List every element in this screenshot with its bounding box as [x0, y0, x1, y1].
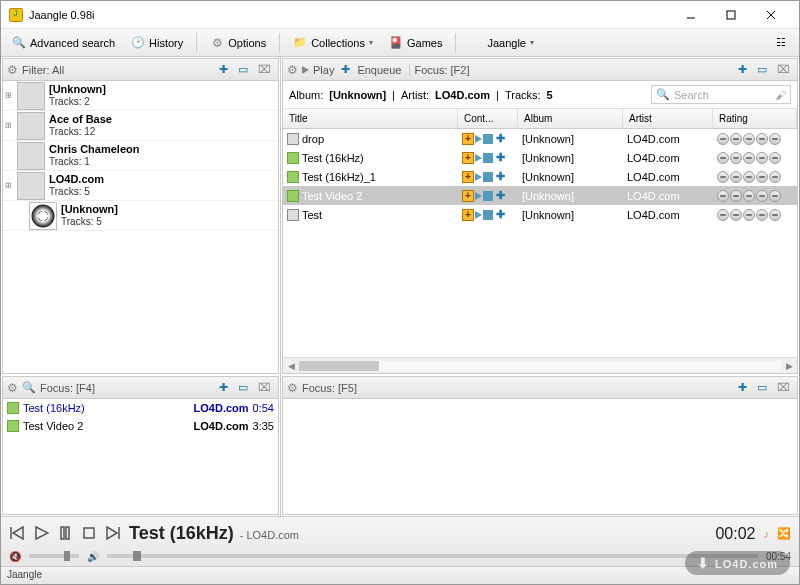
rating-dot[interactable]	[743, 133, 755, 145]
play-label[interactable]: Play	[313, 64, 334, 76]
table-row[interactable]: drop + ✚ [Unknown] LO4D.com	[283, 129, 797, 148]
artist-item[interactable]: ⊞ [Unknown] Tracks: 2	[3, 81, 278, 111]
expand-icon[interactable]	[3, 141, 13, 170]
track-rating[interactable]	[713, 133, 797, 145]
games-button[interactable]: 🎴Games	[382, 32, 449, 54]
rating-dot[interactable]	[743, 171, 755, 183]
playlist-item[interactable]: Test (16kHz) LO4D.com 0:54	[3, 399, 278, 417]
rating-dot[interactable]	[756, 190, 768, 202]
rating-dot[interactable]	[717, 209, 729, 221]
expand-button[interactable]: ▭	[235, 63, 251, 76]
search-icon[interactable]: 🔍	[22, 381, 36, 394]
close-pane-button[interactable]: ⌧	[774, 63, 793, 76]
add-button[interactable]: ✚	[735, 63, 750, 76]
playlist-item[interactable]: Test Video 2 LO4D.com 3:35	[3, 417, 278, 435]
enqueue-icon[interactable]: ✚	[494, 133, 506, 145]
expand-icon[interactable]	[15, 201, 25, 230]
advanced-search-button[interactable]: 🔍Advanced search	[5, 32, 122, 54]
play-icon[interactable]	[475, 211, 482, 219]
scroll-left-icon[interactable]: ◀	[283, 361, 299, 371]
history-button[interactable]: 🕑History	[124, 32, 190, 54]
col-album[interactable]: Album	[518, 109, 623, 128]
gear-icon[interactable]: ⚙	[7, 381, 18, 395]
add-icon[interactable]: +	[462, 171, 474, 183]
track-rating[interactable]	[713, 209, 797, 221]
col-rating[interactable]: Rating	[713, 109, 797, 128]
close-pane-button[interactable]: ⌧	[255, 381, 274, 394]
table-row[interactable]: Test Video 2 + ✚ [Unknown] LO4D.com	[283, 186, 797, 205]
track-rating[interactable]	[713, 152, 797, 164]
close-pane-button[interactable]: ⌧	[774, 381, 793, 394]
add-icon[interactable]: +	[462, 190, 474, 202]
flag-icon[interactable]	[483, 153, 493, 163]
track-rating[interactable]	[713, 190, 797, 202]
play-icon[interactable]	[302, 66, 309, 74]
col-artist[interactable]: Artist	[623, 109, 713, 128]
flag-icon[interactable]	[483, 172, 493, 182]
col-title[interactable]: Title	[283, 109, 458, 128]
add-icon[interactable]: +	[462, 209, 474, 221]
shuffle-button[interactable]: 🔀	[777, 527, 791, 540]
collections-button[interactable]: 📁Collections▾	[286, 32, 380, 54]
rating-dot[interactable]	[756, 171, 768, 183]
track-rating[interactable]	[713, 171, 797, 183]
expand-icon[interactable]: ⊞	[3, 111, 13, 140]
rating-dot[interactable]	[769, 209, 781, 221]
play-icon[interactable]	[475, 192, 482, 200]
rating-dot[interactable]	[730, 190, 742, 202]
enqueue-icon[interactable]: ✚	[494, 171, 506, 183]
close-pane-button[interactable]: ⌧	[255, 63, 274, 76]
rating-dot[interactable]	[717, 171, 729, 183]
flag-icon[interactable]	[483, 134, 493, 144]
rating-dot[interactable]	[743, 209, 755, 221]
add-icon[interactable]: +	[462, 152, 474, 164]
play-icon[interactable]	[475, 135, 482, 143]
rating-dot[interactable]	[743, 152, 755, 164]
stop-button[interactable]	[81, 525, 97, 543]
rating-dot[interactable]	[769, 152, 781, 164]
maximize-button[interactable]	[711, 3, 751, 27]
add-button[interactable]: ✚	[735, 381, 750, 394]
artist-item[interactable]: ⊞ LO4D.com Tracks: 5	[3, 171, 278, 201]
rating-dot[interactable]	[730, 171, 742, 183]
add-button[interactable]: ✚	[216, 381, 231, 394]
rating-dot[interactable]	[756, 209, 768, 221]
rating-dot[interactable]	[730, 209, 742, 221]
clear-icon[interactable]: 🖌	[775, 89, 786, 101]
add-button[interactable]: ✚	[216, 63, 231, 76]
eq-button[interactable]: ♪	[764, 528, 770, 540]
minimize-button[interactable]	[671, 3, 711, 27]
col-controls[interactable]: Cont...	[458, 109, 518, 128]
gear-icon[interactable]: ⚙	[287, 381, 298, 395]
play-icon[interactable]	[475, 154, 482, 162]
add-icon[interactable]: +	[462, 133, 474, 145]
options-button[interactable]: ⚙Options	[203, 32, 273, 54]
rating-dot[interactable]	[743, 190, 755, 202]
jaangle-menu-button[interactable]: Jaangle▾	[462, 32, 541, 54]
play-icon[interactable]	[475, 173, 482, 181]
table-row[interactable]: Test (16kHz)_1 + ✚ [Unknown] LO4D.com	[283, 167, 797, 186]
expand-button[interactable]: ▭	[235, 381, 251, 394]
volume-slider[interactable]	[29, 554, 79, 558]
search-input[interactable]: 🔍 Search 🖌	[651, 85, 791, 104]
rating-dot[interactable]	[717, 190, 729, 202]
enqueue-icon[interactable]: ✚	[338, 63, 353, 76]
rating-dot[interactable]	[730, 152, 742, 164]
close-button[interactable]	[751, 3, 791, 27]
rating-dot[interactable]	[769, 190, 781, 202]
artist-item[interactable]: [Unknown] Tracks: 5	[3, 201, 278, 231]
enqueue-label[interactable]: Enqueue	[357, 64, 401, 76]
rating-dot[interactable]	[756, 152, 768, 164]
seek-slider[interactable]	[107, 554, 758, 558]
horizontal-scrollbar[interactable]: ◀ ▶	[283, 357, 797, 373]
rating-dot[interactable]	[717, 133, 729, 145]
enqueue-icon[interactable]: ✚	[494, 152, 506, 164]
expand-button[interactable]: ▭	[754, 381, 770, 394]
artist-item[interactable]: Chris Chameleon Tracks: 1	[3, 141, 278, 171]
enqueue-icon[interactable]: ✚	[494, 190, 506, 202]
next-button[interactable]	[105, 525, 121, 543]
flag-icon[interactable]	[483, 210, 493, 220]
mute-button[interactable]: 🔇	[9, 551, 21, 562]
scroll-thumb[interactable]	[299, 361, 379, 371]
layout-toggle-button[interactable]: ☷	[767, 32, 795, 54]
